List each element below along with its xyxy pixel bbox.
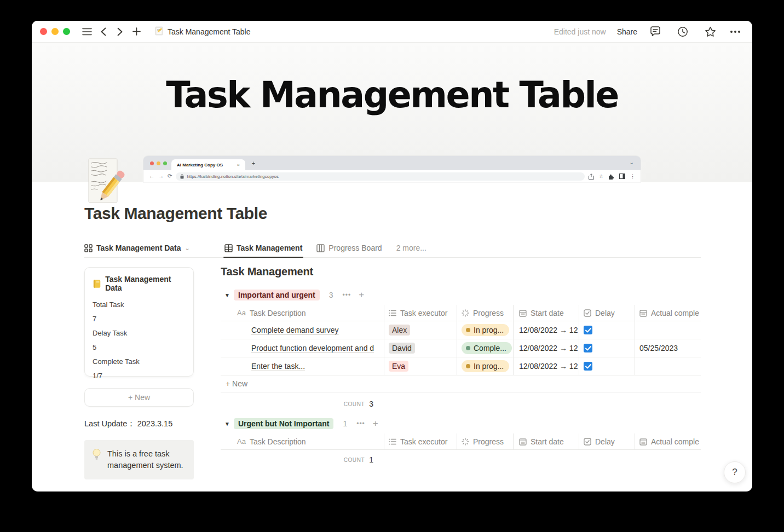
group-name-badge[interactable]: Important and urgent <box>234 290 320 300</box>
breadcrumb[interactable]: Task Management Table <box>154 26 251 37</box>
cell-progress[interactable]: Comple... <box>457 339 514 357</box>
tab-close-icon: × <box>237 163 240 167</box>
lock-icon <box>180 174 184 179</box>
cell-start-date[interactable]: 12/08/2022 → 12 <box>514 357 579 375</box>
checkbox-property-icon <box>584 309 591 317</box>
cell-executor[interactable]: David <box>384 339 457 357</box>
cell-executor[interactable]: Eva <box>384 357 457 375</box>
zoom-window-button[interactable] <box>63 28 70 35</box>
column-header-start-date[interactable]: Start date <box>514 305 579 321</box>
group-count-summary[interactable]: COUNT 1 <box>221 450 384 470</box>
cell-progress[interactable]: In prog... <box>457 357 514 375</box>
status-pill: In prog... <box>462 360 509 372</box>
sidebar-menu-icon[interactable] <box>80 25 94 39</box>
cover-title: Task Management Table <box>32 43 752 115</box>
browser-tab: AI Marketing Copy OS× <box>171 159 245 170</box>
delay-checkbox-checked[interactable] <box>584 344 592 352</box>
tab-label: Task Management <box>237 244 302 252</box>
column-header-actual-complete[interactable]: Actual comple <box>635 433 701 449</box>
delay-checkbox-checked[interactable] <box>584 362 592 371</box>
history-clock-icon[interactable] <box>676 25 690 39</box>
calendar-icon <box>519 438 527 446</box>
group-add-icon[interactable]: + <box>359 290 364 300</box>
traffic-lights <box>40 28 70 35</box>
column-header-description[interactable]: AaTask Description <box>221 305 384 321</box>
table-row: Product function development and d David… <box>221 339 701 357</box>
address-bar: https://kaibinding.notion.site/aimarketi… <box>176 172 585 181</box>
card-title: Task Management Data <box>105 275 186 292</box>
field-value: 1/7 <box>93 369 186 383</box>
forward-button[interactable] <box>113 25 127 39</box>
cell-actual-complete[interactable]: 05/25/2023 <box>635 339 701 357</box>
new-tab-button[interactable] <box>129 25 143 39</box>
memo-pencil-image <box>88 158 126 209</box>
cell-delay[interactable] <box>579 339 635 357</box>
share-upload-icon <box>589 174 594 180</box>
cell-delay[interactable] <box>579 321 635 339</box>
extensions-puzzle-icon <box>608 174 614 180</box>
table-view-icon <box>224 244 233 252</box>
column-header-executor[interactable]: Task executor <box>384 433 457 449</box>
comments-icon[interactable] <box>648 25 662 39</box>
view-controls: Task Management Data ⌄ Task Management P… <box>84 239 701 258</box>
group-add-icon[interactable]: + <box>373 418 378 429</box>
table-row: Complete demand survey Alex In prog... 1… <box>221 321 701 339</box>
page-title-breadcrumb: Task Management Table <box>168 27 251 36</box>
column-header-progress[interactable]: Progress <box>457 305 514 321</box>
more-options-icon[interactable] <box>730 31 740 33</box>
column-header-start-date[interactable]: Start date <box>514 433 579 449</box>
url-text: https://kaibinding.notion.site/aimarketi… <box>187 174 279 179</box>
cell-actual-complete[interactable] <box>635 357 701 375</box>
cell-start-date[interactable]: 12/08/2022 → 12 <box>514 339 579 357</box>
close-window-button[interactable] <box>40 28 47 35</box>
group-count-summary[interactable]: COUNT 3 <box>221 392 384 415</box>
tab-task-management[interactable]: Task Management <box>224 244 302 257</box>
cell-actual-complete[interactable] <box>635 321 701 339</box>
new-row-button[interactable]: + New <box>221 375 701 392</box>
group-options-icon[interactable]: ••• <box>343 291 351 299</box>
help-button[interactable]: ? <box>724 461 746 483</box>
browser-kebab-icon: ⋮ <box>630 174 635 179</box>
page-title: Task Management Table <box>84 204 701 223</box>
data-source-select[interactable]: Task Management Data ⌄ <box>84 244 224 257</box>
group-toggle-icon[interactable]: ▼ <box>221 421 234 427</box>
group-toggle-icon[interactable]: ▼ <box>221 292 234 298</box>
tab-label: Progress Board <box>328 244 382 252</box>
group-options-icon[interactable]: ••• <box>356 420 365 427</box>
database-heading: Task Management <box>221 265 701 278</box>
cell-delay[interactable] <box>579 357 635 375</box>
cell-description[interactable]: Enter the task... <box>221 357 384 375</box>
share-button[interactable]: Share <box>617 27 637 36</box>
cell-description[interactable]: Complete demand survey <box>221 321 384 339</box>
checkbox-property-icon <box>584 438 591 446</box>
status-spinner-icon <box>462 309 469 317</box>
delay-checkbox-checked[interactable] <box>584 326 592 334</box>
favorite-star-icon[interactable] <box>703 25 717 39</box>
column-header-executor[interactable]: Task executor <box>384 305 457 321</box>
table-header-row: AaTask Description Task executor Progres… <box>221 305 701 321</box>
last-update-text: Last Update： 2023.3.15 <box>84 419 194 429</box>
data-source-label: Task Management Data <box>96 244 181 252</box>
bookmark-star-icon: ☆ <box>599 174 603 179</box>
browser-screenshot: AI Marketing Copy OS× + ⌄ ← → ⟳ https://… <box>143 156 641 182</box>
field-label: Total Task <box>93 298 186 312</box>
status-pill: In prog... <box>462 324 509 336</box>
back-button[interactable] <box>96 25 111 39</box>
grid-icon <box>84 244 93 252</box>
tab-progress-board[interactable]: Progress Board <box>316 244 382 257</box>
left-column: Task Management Data Total Task 7 Delay … <box>84 258 194 479</box>
column-header-delay[interactable]: Delay <box>579 433 635 449</box>
new-card-button[interactable]: + New <box>84 388 194 407</box>
data-summary-card[interactable]: Task Management Data Total Task 7 Delay … <box>84 267 194 377</box>
more-views-button[interactable]: 2 more... <box>396 244 426 257</box>
minimize-window-button[interactable] <box>51 28 59 35</box>
cell-progress[interactable]: In prog... <box>457 321 514 339</box>
column-header-delay[interactable]: Delay <box>579 305 635 321</box>
group-name-badge[interactable]: Urgent but Not Important <box>234 418 333 429</box>
column-header-actual-complete[interactable]: Actual comple <box>635 305 701 321</box>
column-header-description[interactable]: AaTask Description <box>221 433 384 449</box>
cell-executor[interactable]: Alex <box>384 321 457 339</box>
cell-description[interactable]: Product function development and d <box>221 339 384 357</box>
cell-start-date[interactable]: 12/08/2022 → 12 <box>514 321 579 339</box>
column-header-progress[interactable]: Progress <box>457 433 514 449</box>
